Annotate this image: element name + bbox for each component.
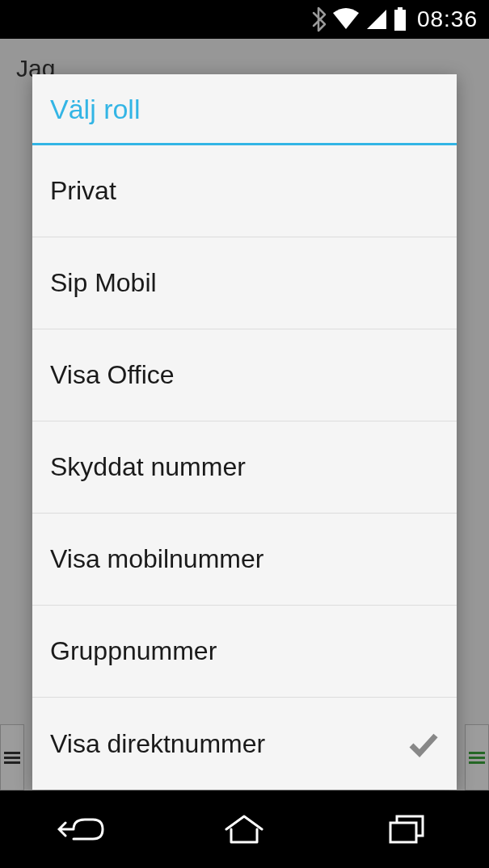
dialog-title: Välj roll	[32, 74, 457, 145]
option-label: Sip Mobil	[50, 268, 157, 298]
back-button[interactable]	[45, 805, 118, 853]
cellular-signal-icon	[365, 8, 388, 31]
svg-rect-1	[394, 10, 406, 31]
role-dialog: Välj roll Privat Sip Mobil Visa Office S…	[32, 74, 457, 790]
navigation-bar	[0, 790, 489, 868]
status-clock: 08:36	[417, 6, 478, 32]
option-label: Privat	[50, 176, 116, 206]
svg-rect-2	[390, 823, 416, 842]
home-button[interactable]	[208, 805, 280, 853]
dialog-option-visa-direktnummer[interactable]: Visa direktnummer	[32, 698, 457, 790]
svg-rect-0	[398, 7, 403, 10]
back-icon	[57, 813, 106, 845]
checkmark-icon	[407, 728, 439, 760]
dialog-option-gruppnummer[interactable]: Gruppnummer	[32, 606, 457, 698]
option-label: Gruppnummer	[50, 636, 217, 666]
status-bar: 08:36	[0, 0, 489, 39]
dialog-option-skyddat-nummer[interactable]: Skyddat nummer	[32, 421, 457, 514]
option-label: Visa Office	[50, 360, 175, 390]
dialog-option-visa-mobilnummer[interactable]: Visa mobilnummer	[32, 514, 457, 606]
option-label: Visa mobilnummer	[50, 544, 263, 574]
recent-apps-icon	[387, 813, 428, 845]
bluetooth-icon	[310, 6, 327, 32]
dialog-option-list: Privat Sip Mobil Visa Office Skyddat num…	[32, 145, 457, 790]
home-icon	[221, 813, 267, 845]
battery-icon	[393, 7, 407, 31]
dialog-option-privat[interactable]: Privat	[32, 145, 457, 237]
recent-apps-button[interactable]	[371, 805, 444, 853]
option-label: Visa direktnummer	[50, 729, 265, 759]
dialog-option-sip-mobil[interactable]: Sip Mobil	[32, 237, 457, 329]
wifi-icon	[331, 8, 360, 31]
dialog-option-visa-office[interactable]: Visa Office	[32, 329, 457, 421]
option-label: Skyddat nummer	[50, 452, 246, 482]
